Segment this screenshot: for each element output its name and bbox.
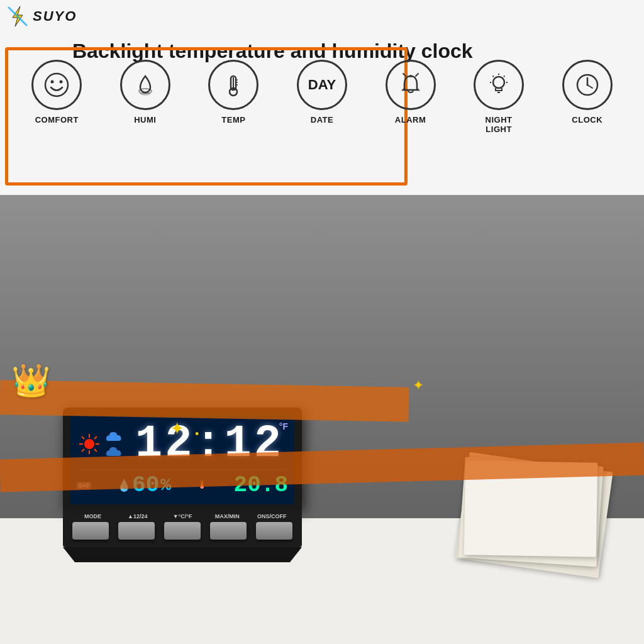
temp-unit-button[interactable] <box>164 522 201 540</box>
bell-icon <box>397 71 425 99</box>
svg-point-27 <box>586 84 588 86</box>
svg-line-20 <box>504 76 505 77</box>
comfort-label: COMFORT <box>35 115 79 125</box>
weather-icons <box>77 430 126 458</box>
clouds-group <box>104 430 126 458</box>
time-format-button[interactable] <box>118 522 155 540</box>
alarm-label: ALARM <box>395 115 426 125</box>
svg-line-36 <box>82 449 84 452</box>
feature-alarm: ALARM <box>386 60 436 125</box>
buttons-area: MODE ▲12/24 ▼°C/°F MAX/MIN ONS/COFF <box>63 509 302 547</box>
feature-comfort: COMFORT <box>31 60 82 125</box>
svg-line-33 <box>82 436 84 439</box>
logo-area: SUYO <box>6 5 77 28</box>
time-format-label: ▲12/24 <box>119 513 156 519</box>
thermometer-icon <box>219 71 247 99</box>
brand-name: SUYO <box>33 8 77 25</box>
date-label: DATE <box>311 115 333 125</box>
day-badge: DAY <box>297 60 347 110</box>
svg-point-16 <box>493 77 504 88</box>
humi-circle <box>120 60 170 110</box>
feature-temp: TEMP <box>208 60 258 125</box>
sun-weather-icon <box>77 431 102 457</box>
max-min-label: MAX/MIN <box>209 513 245 519</box>
on-off-button[interactable] <box>256 522 292 540</box>
svg-point-28 <box>84 439 94 449</box>
nightlight-circle <box>474 60 524 110</box>
product-area: ✦ ✦ • 👑 <box>0 195 644 644</box>
hardware-buttons <box>70 522 294 540</box>
orange-brush-horizontal <box>0 380 409 421</box>
day-text: DAY <box>308 77 336 93</box>
yellow-star-1: ✦ <box>170 418 184 439</box>
crown-icon: 👑 <box>11 362 50 399</box>
smiley-icon <box>43 71 70 99</box>
feature-nightlight: NIGHTLIGHT <box>474 60 524 134</box>
product-headline: Backlight temperature and humidity clock <box>72 40 631 62</box>
yellow-star-2: ✦ <box>413 377 424 394</box>
clock-face-icon <box>574 71 601 99</box>
clock-circle <box>562 60 613 110</box>
clock-label: CLOCK <box>572 115 602 125</box>
feature-clock: CLOCK <box>562 60 613 125</box>
svg-point-3 <box>51 80 54 84</box>
mode-label: MODE <box>75 513 111 519</box>
temp-label: TEMP <box>221 115 245 125</box>
bolt-logo-icon <box>6 5 29 28</box>
svg-line-14 <box>403 74 406 76</box>
button-labels-row: MODE ▲12/24 ▼°C/°F MAX/MIN ONS/COFF <box>70 513 294 519</box>
max-min-button[interactable] <box>210 522 247 540</box>
clock-base <box>63 547 302 562</box>
svg-line-35 <box>94 436 97 439</box>
temp-circle <box>208 60 258 110</box>
nightlight-label: NIGHTLIGHT <box>486 115 513 134</box>
svg-point-4 <box>60 80 63 84</box>
celsius-marker: °F <box>279 421 288 431</box>
mode-button[interactable] <box>72 522 109 540</box>
alarm-circle <box>386 60 436 110</box>
yellow-star-3: • <box>195 428 199 441</box>
feature-date: DAY DATE <box>297 60 347 125</box>
bulb-icon <box>485 71 513 99</box>
svg-point-13 <box>409 75 412 77</box>
on-off-label: ONS/COFF <box>253 513 290 519</box>
features-row: COMFORT HUMI <box>13 60 631 134</box>
svg-line-15 <box>416 74 418 76</box>
top-section: SUYO Backlight temperature and humidity … <box>0 0 644 195</box>
svg-line-21 <box>493 76 494 77</box>
humi-label: HUMI <box>134 115 156 125</box>
cloud1-icon <box>104 430 126 443</box>
water-drop-icon <box>131 71 159 99</box>
svg-point-2 <box>45 74 68 96</box>
feature-humi: HUMI <box>120 60 170 125</box>
comfort-circle <box>31 60 82 110</box>
svg-line-34 <box>94 449 97 452</box>
temp-unit-label: ▼°C/°F <box>164 513 201 519</box>
